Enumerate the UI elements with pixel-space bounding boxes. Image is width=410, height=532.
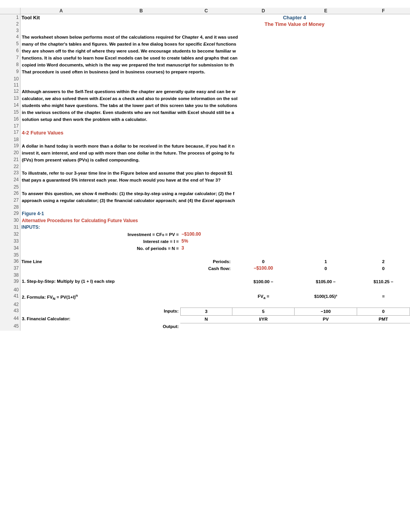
row-11: 11 (0, 82, 410, 88)
cell-2c (180, 21, 232, 27)
cell-43d: 5 (232, 308, 295, 315)
cell-44c: N (180, 315, 232, 323)
cashflow-header: Cash flow: (208, 266, 230, 271)
cell-37e: 0 (295, 265, 357, 272)
row-1: 1 Tool Kit Chapter 4 (0, 14, 410, 21)
col-header-row: A B C D E F (0, 8, 410, 14)
row-36: 36 Time Line Periods: 0 1 2 (0, 258, 410, 265)
fin-calc-pmt-value: 0 (382, 309, 385, 314)
row-30: 30 Alternative Procedures for Calculatin… (0, 217, 410, 224)
row-num-41: 40 (0, 287, 20, 293)
cell-44ab: 3. Financial Calculator: (20, 315, 180, 323)
row-num-19: 18 (0, 136, 20, 143)
row-num-43: 42 (0, 301, 20, 308)
cashflow-2: 0 (382, 266, 385, 271)
row-26: 26 To answer this question, we show 4 me… (0, 190, 410, 197)
row-num-46: 45 (0, 323, 20, 331)
section-42-label: 4-2 Future Values (22, 130, 64, 136)
cell-37f: 0 (357, 265, 410, 272)
row-num-9: 9 (0, 68, 20, 75)
cell-45b: Output: (102, 323, 180, 331)
figure-label: Figure 4-1 (22, 211, 44, 216)
cell-43e: −100 (295, 308, 357, 315)
cell-41e: $100(1.05)³ (295, 293, 357, 301)
row-num-29: 28 (0, 204, 20, 210)
row-num-20: 19 (0, 143, 20, 150)
row-num-42: 41 (0, 293, 20, 301)
para4-line1: To illustrate, refer to our 3-year time … (22, 171, 233, 175)
step1-v0: $100.00 – (253, 279, 273, 284)
cell-36d: 0 (232, 258, 295, 265)
cell-36c: Periods: (180, 258, 232, 265)
investment-value: −$100.00 (181, 231, 201, 237)
row-num-31: 30 (0, 217, 20, 224)
row-num-24: 23 (0, 170, 20, 177)
fin-calc-pv-label: PV (323, 317, 329, 321)
row-num-7: 7 (0, 54, 20, 61)
row-21: 21 (FVs) from present values (PVs) is ca… (0, 156, 410, 163)
row-20: 20 invest it, earn interest, and end up … (0, 150, 410, 156)
col-header-f: F (357, 8, 410, 14)
spreadsheet-container: A B C D E F 1 Tool Kit Chapter 4 (0, 0, 410, 532)
row-num-33: 32 (0, 231, 20, 238)
row-num-28: 27 (0, 197, 20, 204)
para1-line5: copied into Word documents, which is the… (22, 63, 234, 67)
row-num-16: 16 (0, 116, 20, 123)
row-5: 5 many of the chapter's tables and figur… (0, 41, 410, 48)
row-num-25: 24 (0, 177, 20, 184)
cell-44f: PMT (357, 315, 410, 323)
row-44: 44 3. Financial Calculator: N I/YR PV PM… (0, 315, 410, 323)
para3-line3: (FVs) from present values (PVs) is calle… (22, 158, 140, 162)
cell-2d-title: The Time Value of Money (232, 21, 357, 27)
para3-line1: A dollar in hand today is worth more tha… (22, 144, 235, 148)
cell-36f: 2 (357, 258, 410, 265)
row-45: 45 Output: (0, 323, 410, 331)
para1-line2: many of the chapter's tables and figures… (22, 42, 236, 46)
cell-1a: Tool Kit (20, 14, 102, 21)
cell-32b: Investment = CF₀ = PV = (102, 231, 180, 238)
fin-calc-inputs-label: Inputs: (164, 309, 178, 313)
cell-34c: 3 (180, 245, 232, 252)
cell-2a (20, 21, 102, 27)
row-6: 6 they are shown off to the right of whe… (0, 48, 410, 54)
row-num-10: 10 (0, 76, 20, 82)
row-15: 15 in the various sections of the chapte… (0, 109, 410, 116)
row-19: 19 A dollar in hand today is worth more … (0, 143, 410, 150)
row-num-17: 17 (0, 123, 20, 129)
periods-header: Periods: (213, 259, 230, 264)
output-label: Output: (163, 324, 179, 329)
cell-41f: = (357, 293, 410, 301)
row-num-1: 1 (0, 14, 20, 21)
col-header-d: D (232, 8, 295, 14)
row-13: 13 calculator, we also solved them with … (0, 95, 410, 102)
fin-calc-n-value: 3 (205, 309, 207, 314)
row-35: 35 (0, 252, 410, 258)
row-num-4: 4 (0, 34, 20, 41)
row-31: 31 INPUTS: (0, 224, 410, 231)
row-9: 9 That procedure is used often in busine… (0, 68, 410, 75)
cell-39e: $105.00 – (295, 278, 357, 287)
row-num-32: 31 (0, 224, 20, 231)
row-42: 42 (0, 301, 410, 308)
fin-calc-label: 3. Financial Calculator: (22, 316, 71, 321)
cell-41d: FVa = (232, 293, 295, 301)
cell-32c: −$100.00 (180, 231, 232, 238)
formula2-equals: = (382, 294, 385, 299)
row-41: 41 2. Formula: FVN = PV(1+I)n FVa = $100… (0, 293, 410, 301)
row-10: 10 (0, 76, 410, 82)
row-17: 17 (0, 123, 410, 129)
row-43: 43 Inputs: 3 5 −100 0 (0, 308, 410, 315)
row-3: 3 (0, 27, 410, 34)
row-4: 4 The worksheet shown below performs mos… (0, 34, 410, 41)
row-num-38: 37 (0, 265, 20, 272)
row-num-27: 26 (0, 190, 20, 197)
row-num-44: 43 (0, 308, 20, 315)
col-header-b: B (102, 8, 180, 14)
period-2: 2 (382, 259, 385, 264)
para1-line1: The worksheet shown below performs most … (22, 35, 238, 39)
formula-fv-sub-a: a (263, 296, 265, 300)
row-14: 14 students who might have questions. Th… (0, 102, 410, 109)
interest-label: Interest rate = I = (143, 239, 179, 244)
cell-37d: −$100.00 (232, 265, 295, 272)
row-num-26: 25 (0, 184, 20, 190)
